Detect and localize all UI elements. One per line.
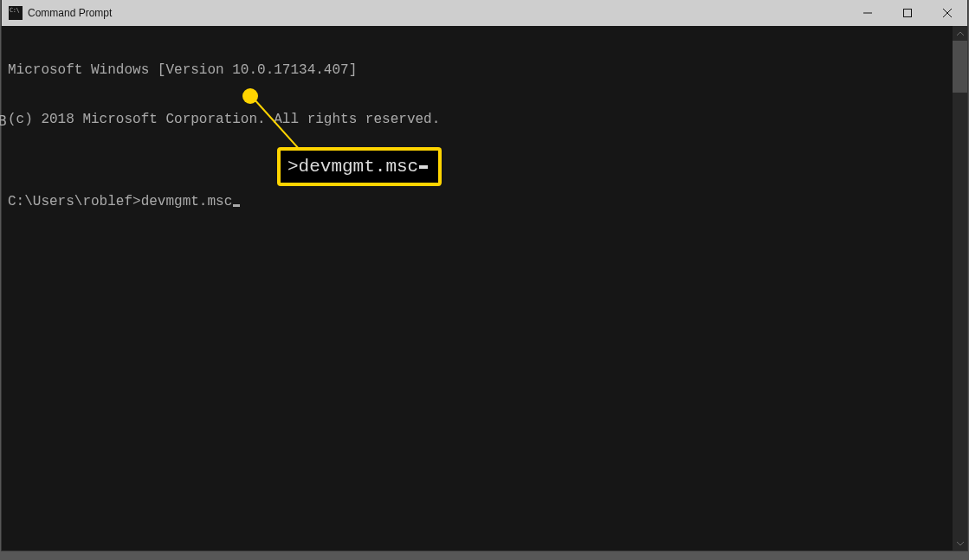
callout-box: >devmgmt.msc: [277, 147, 442, 186]
callout-dot-icon: [242, 88, 258, 104]
version-line: Microsoft Windows [Version 10.0.17134.40…: [8, 62, 952, 79]
command-text: devmgmt.msc: [141, 194, 233, 209]
svg-rect-1: [904, 10, 912, 17]
command-prompt-window: Command Prompt Microsoft Windows [Versio…: [2, 0, 967, 550]
terminal-output: Microsoft Windows [Version 10.0.17134.40…: [8, 29, 952, 547]
scroll-up-button[interactable]: [953, 26, 967, 41]
terminal-client-area[interactable]: Microsoft Windows [Version 10.0.17134.40…: [2, 26, 967, 550]
callout-cursor-icon: [419, 165, 428, 169]
callout-text: >devmgmt.msc: [287, 158, 418, 176]
edge-letter: B: [0, 113, 7, 129]
maximize-button[interactable]: [888, 0, 927, 26]
window-title: Command Prompt: [28, 7, 848, 19]
prompt-text: C:\Users\roblef>: [8, 194, 141, 209]
cursor-icon: [233, 204, 240, 207]
scroll-down-button[interactable]: [953, 536, 967, 550]
prompt-line: C:\Users\roblef>devmgmt.msc: [8, 194, 952, 210]
scrollbar-thumb[interactable]: [953, 41, 967, 93]
copyright-line: (c) 2018 Microsoft Corporation. All righ…: [8, 112, 952, 128]
titlebar[interactable]: Command Prompt: [2, 0, 967, 26]
window-controls: [848, 0, 967, 26]
close-button[interactable]: [927, 0, 967, 26]
minimize-button[interactable]: [848, 0, 888, 26]
vertical-scrollbar[interactable]: [953, 26, 967, 550]
cmd-icon: [9, 6, 23, 20]
